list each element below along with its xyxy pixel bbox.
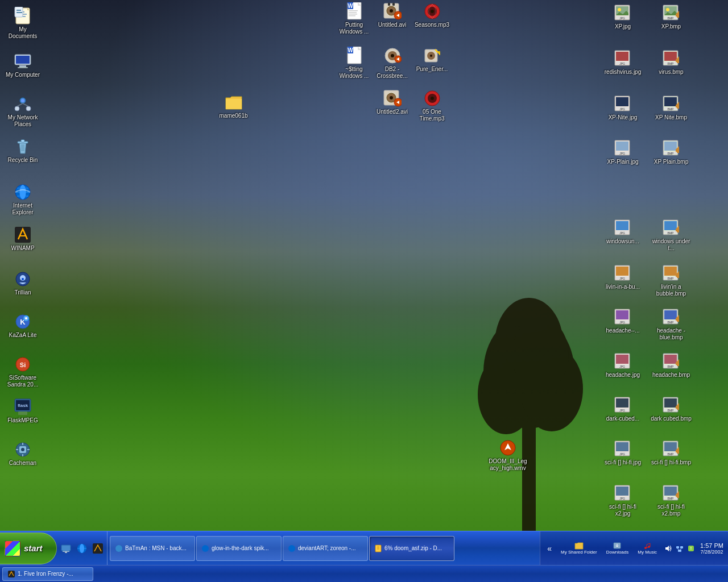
desktop-icon-untitled2-avi[interactable]: Untitled2.avi — [371, 88, 413, 117]
desktop-icon-cacheman[interactable]: Cacheman — [3, 439, 43, 468]
kazaa-icon: K — [14, 313, 32, 331]
desktop-icon-trillian[interactable]: Trillian — [3, 269, 43, 297]
taskbar-downloads[interactable]: Downloads — [604, 542, 631, 555]
desktop-icon-headache-blue-bmp[interactable]: BMP headache - blue.bmp — [648, 307, 694, 342]
desktop-icon-doom-iii[interactable]: DOOM_III_Legacy_high.wmv — [485, 438, 531, 473]
desktop-icon-xp-nite-bmp[interactable]: BMP XP Nite.bmp — [648, 94, 694, 122]
seasons-mp3-icon — [423, 2, 441, 20]
svg-point-77 — [430, 55, 432, 57]
desktop-icon-xp-nite-jpg[interactable]: JPG XP-Nite.jpg — [600, 94, 646, 122]
svg-text:BMP: BMP — [668, 321, 675, 324]
taskbar: start BaTmAn : MSN — [0, 531, 728, 565]
svg-text:JPG: JPG — [619, 231, 625, 235]
svg-rect-198 — [680, 546, 683, 548]
taskbar-btn-glow[interactable]: glow-in-the-dark spik... — [196, 536, 282, 561]
desktop-icon-headache-ddd-jpg[interactable]: JPG headache--... — [600, 307, 646, 335]
svg-rect-177 — [63, 551, 69, 552]
desktop-icon-dark-cubed-bmp[interactable]: BMP dark cubed.bmp — [648, 395, 694, 423]
my-music-label: My Music — [638, 550, 657, 555]
desktop-icon-headache-bmp[interactable]: BMP headache.bmp — [648, 351, 694, 380]
taskbar-btn-doom-zip[interactable]: 6% doom_asf.zip - D... — [369, 536, 454, 561]
desktop-icon-my-network[interactable]: My Network Places — [3, 94, 43, 129]
desktop-icon-putting-windows[interactable]: W Putting Windows ... — [333, 1, 375, 36]
sisoftware-label: SiSoftware Sandra 20... — [4, 375, 42, 388]
tray-security-icon[interactable]: ! — [686, 544, 696, 553]
desktop-icon-pure-ener[interactable]: Pure_Ener... — [411, 45, 453, 74]
taskbar-btn-batman-label: BaTmAn : MSN - back... — [125, 545, 187, 551]
desktop-icon-headache-jpg[interactable]: JPG headache.jpg — [600, 351, 646, 380]
livin-bmp-label: livin'in a bubble.bmp — [650, 284, 693, 297]
svg-text:JPG: JPG — [619, 152, 625, 155]
desktop-icon-mame061b[interactable]: mame061b — [212, 92, 255, 120]
winamp-quick-launch[interactable] — [91, 542, 105, 555]
desktop-icon-recycle-bin[interactable]: Recycle Bin — [3, 136, 43, 165]
svg-text:JPG: JPG — [619, 62, 625, 65]
svg-rect-15 — [16, 56, 30, 64]
svg-rect-13 — [16, 12, 22, 13]
desktop-icon-scifi-hifi-x2-jpg[interactable]: JPG sci-fi [] hi-fi x2.jpg — [600, 483, 646, 518]
doom-iii-label: DOOM_III_Legacy_high.wmv — [489, 458, 527, 472]
taskbar-btn-five-iron[interactable]: 1. Five Iron Frenzy -... — [2, 567, 93, 581]
svg-rect-56 — [349, 12, 357, 13]
show-desktop-button[interactable] — [59, 542, 73, 555]
svg-rect-186 — [375, 545, 381, 552]
svg-rect-109 — [664, 97, 677, 106]
desktop-icon-winamp[interactable]: WINAMP — [3, 225, 43, 253]
windows-logo-icon — [5, 541, 20, 556]
taskbar-btn-deviantart[interactable]: deviantART; zoreon -... — [283, 536, 368, 561]
desktop-icon-livin-bmp[interactable]: BMP livin'in a bubble.bmp — [648, 263, 694, 298]
desktop-icon-windowsun-jpg[interactable]: JPG windowsun... — [600, 218, 646, 246]
svg-rect-17 — [18, 67, 28, 68]
quick-launch-bar — [57, 531, 107, 565]
desktop-icon-tting-windows[interactable]: W ~$tting Windows ... — [333, 45, 375, 81]
taskbar-my-shared[interactable]: My Shared Folder — [559, 542, 599, 555]
desktop-icon-xp-plain-jpg[interactable]: JPG XP-Plain.jpg — [600, 138, 646, 167]
desktop-icon-scifi-hifi-bmp[interactable]: BMP sci-fi [] hi-fi.bmp — [648, 439, 694, 467]
svg-rect-145 — [616, 355, 628, 364]
taskbar-clock[interactable]: 1:57 PM 7/28/2002 — [700, 542, 723, 555]
desktop-icon-untitled-avi[interactable]: Untitled.avi — [371, 1, 413, 30]
desktop-icon-flaskmpeg[interactable]: flask FlaskMPEG — [3, 397, 43, 425]
desktop-icon-virus-bmp[interactable]: BMP virus.bmp — [648, 48, 694, 77]
desktop-icon-ie[interactable]: Internet Explorer — [3, 182, 43, 217]
svg-text:!: ! — [690, 546, 692, 550]
start-button[interactable]: start — [0, 533, 57, 564]
desktop-icon-scifi-hifi-jpg[interactable]: JPG sci-fi [] hi-fi.jpg — [600, 439, 646, 467]
tray-volume-icon[interactable] — [664, 544, 673, 553]
desktop-icon-xp-bmp[interactable]: BMP XP.bmp — [648, 3, 694, 31]
svg-rect-113 — [616, 142, 628, 151]
taskbar-btn-batman[interactable]: BaTmAn : MSN - back... — [110, 536, 195, 561]
svg-text:JPG: JPG — [619, 321, 625, 324]
desktop-icon-redishvirus-jpg[interactable]: JPG redishvirus.jpg — [600, 48, 646, 77]
desktop-icon-db2[interactable]: DB2 - Crossbree... — [371, 45, 413, 81]
svg-text:JPG: JPG — [619, 497, 625, 500]
svg-rect-137 — [616, 310, 628, 319]
desktop-icon-seasons-mp3[interactable]: Seasons.mp3 — [411, 1, 453, 30]
desktop-icon-xp-plain-bmp[interactable]: BMP XP Plain.bmp — [648, 138, 694, 167]
flaskmpeg-icon: flask — [14, 398, 32, 416]
taskbar-date: 7/28/2002 — [700, 549, 723, 555]
desktop-icon-xp-jpg[interactable]: JPG XP.jpg — [600, 3, 646, 31]
pure-ener-icon — [423, 47, 441, 65]
desktop-icon-dark-cubed-jpg[interactable]: JPG dark-cubed... — [600, 395, 646, 423]
ie-quick-launch[interactable] — [75, 542, 89, 555]
svg-text:W: W — [348, 47, 353, 53]
windowsun-jpg-icon: JPG — [614, 219, 632, 237]
redishvirus-jpg-icon: JPG — [614, 49, 632, 68]
desktop-icon-my-documents[interactable]: My Documents — [3, 6, 43, 41]
tray-network-icon[interactable] — [675, 544, 684, 553]
taskbar-my-music[interactable]: My Music — [635, 542, 659, 555]
headache-blue-bmp-label: headache - blue.bmp — [650, 327, 693, 341]
notify-expand-button[interactable]: « — [545, 544, 554, 553]
svg-line-21 — [17, 103, 23, 106]
taskbar-right-area: « My Shared Folder Downloads — [540, 531, 728, 565]
desktop-icon-kazaa[interactable]: K KaZaA Lite — [3, 311, 43, 340]
svg-rect-44 — [18, 411, 27, 415]
desktop-icon-windows-under-bmp[interactable]: BMP windows under t... — [648, 218, 694, 253]
tting-windows-icon: W — [345, 47, 363, 65]
desktop-icon-my-computer[interactable]: My Computer — [3, 51, 43, 80]
desktop-icon-livin-jpg[interactable]: JPG livin-in-a-bu... — [600, 263, 646, 292]
desktop-icon-sisoftware[interactable]: Si SiSoftware Sandra 20... — [3, 354, 43, 389]
desktop-icon-scifi-hifi-x2-bmp[interactable]: BMP sci-fi [] hi-fi x2.bmp — [648, 483, 694, 518]
desktop-icon-05-one-time[interactable]: 05 One Time.mp3 — [411, 88, 453, 123]
